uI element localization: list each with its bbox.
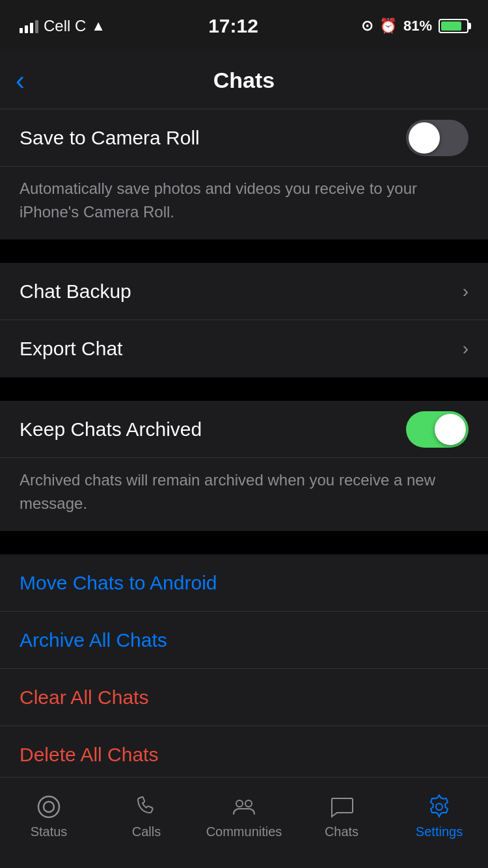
archived-description: Archived chats will remain archived when… xyxy=(20,471,435,512)
alarm-icon: ⏰ xyxy=(379,18,397,34)
communities-label: Communities xyxy=(206,824,282,839)
toggle-thumb xyxy=(409,122,440,154)
wifi-icon: ▲ xyxy=(91,18,105,34)
keep-chats-archived-row[interactable]: Keep Chats Archived xyxy=(0,401,488,458)
battery-percent: 81% xyxy=(403,18,432,34)
bottom-navigation: Status Calls Communities Chats Settings xyxy=(0,777,488,868)
nav-item-communities[interactable]: Communities xyxy=(205,793,283,839)
svg-point-2 xyxy=(236,800,243,807)
back-chevron-icon: ‹ xyxy=(16,65,25,96)
svg-point-0 xyxy=(38,796,59,817)
lock-icon: ⊙ xyxy=(361,18,373,34)
save-to-camera-roll-label: Save to Camera Roll xyxy=(20,127,200,149)
carrier-label: Cell C xyxy=(44,17,86,35)
save-to-camera-roll-row[interactable]: Save to Camera Roll xyxy=(0,109,488,167)
save-to-camera-roll-toggle[interactable] xyxy=(406,120,468,156)
camera-roll-section: Save to Camera Roll Automatically save p… xyxy=(0,109,488,239)
status-icon xyxy=(35,793,62,821)
status-left: Cell C ▲ xyxy=(20,17,105,35)
status-bar: Cell C ▲ 17:12 ⊙ ⏰ 81% xyxy=(0,0,488,52)
svg-point-1 xyxy=(44,802,54,812)
settings-icon xyxy=(426,793,453,821)
battery-icon xyxy=(439,19,468,33)
calls-label: Calls xyxy=(132,824,161,839)
move-chats-android-row[interactable]: Move Chats to Android xyxy=(0,554,488,612)
back-button[interactable]: ‹ xyxy=(16,65,25,96)
clear-all-chats-row[interactable]: Clear All Chats xyxy=(0,669,488,726)
gap-2 xyxy=(0,377,488,401)
svg-point-4 xyxy=(436,804,442,810)
archived-description-row: Archived chats will remain archived when… xyxy=(0,458,488,531)
communities-icon xyxy=(230,793,258,821)
archived-section: Keep Chats Archived Archived chats will … xyxy=(0,401,488,531)
status-label: Status xyxy=(31,824,68,839)
delete-all-chats-label: Delete All Chats xyxy=(20,744,158,766)
actions-section: Move Chats to Android Archive All Chats … xyxy=(0,554,488,783)
nav-item-settings[interactable]: Settings xyxy=(400,793,478,839)
chat-backup-label: Chat Backup xyxy=(20,280,131,303)
chevron-icon: › xyxy=(463,281,468,302)
nav-header: ‹ Chats xyxy=(0,52,488,109)
chat-backup-row[interactable]: Chat Backup › xyxy=(0,263,488,320)
clear-all-chats-label: Clear All Chats xyxy=(20,686,148,709)
signal-bars xyxy=(20,19,38,33)
nav-item-status[interactable]: Status xyxy=(10,793,88,839)
keep-chats-archived-label: Keep Chats Archived xyxy=(20,418,202,441)
archive-all-chats-label: Archive All Chats xyxy=(20,629,167,651)
camera-roll-description: Automatically save photos and videos you… xyxy=(20,180,417,221)
nav-item-calls[interactable]: Calls xyxy=(107,793,185,839)
settings-content: Save to Camera Roll Automatically save p… xyxy=(0,109,488,868)
settings-label: Settings xyxy=(416,824,463,839)
archive-all-chats-row[interactable]: Archive All Chats xyxy=(0,612,488,669)
chats-icon xyxy=(328,793,355,821)
export-chat-row[interactable]: Export Chat › xyxy=(0,320,488,377)
status-right: ⊙ ⏰ 81% xyxy=(361,18,468,34)
toggle-thumb xyxy=(435,414,466,445)
camera-roll-description-row: Automatically save photos and videos you… xyxy=(0,167,488,239)
status-time: 17:12 xyxy=(208,15,258,37)
nav-item-chats[interactable]: Chats xyxy=(303,793,381,839)
backup-section: Chat Backup › Export Chat › xyxy=(0,263,488,377)
move-chats-android-label: Move Chats to Android xyxy=(20,572,217,594)
page-title: Chats xyxy=(213,68,275,93)
svg-point-3 xyxy=(245,800,252,807)
gap-3 xyxy=(0,531,488,554)
calls-icon xyxy=(133,793,160,821)
delete-all-chats-row[interactable]: Delete All Chats xyxy=(0,726,488,783)
export-chat-label: Export Chat xyxy=(20,338,122,360)
gap-1 xyxy=(0,239,488,263)
chats-label: Chats xyxy=(325,824,359,839)
chevron-icon: › xyxy=(463,338,468,359)
keep-chats-archived-toggle[interactable] xyxy=(406,411,468,448)
